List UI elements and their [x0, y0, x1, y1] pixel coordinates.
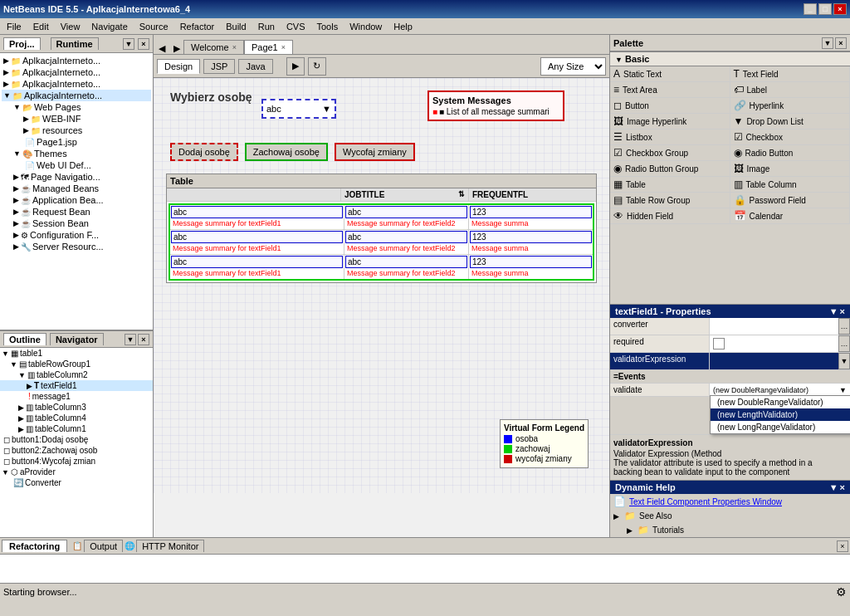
tree-item-files[interactable]: ▶ 📁 AplkacjaInterneto...: [2, 55, 151, 66]
palette-radiobuttongroup[interactable]: ◉ Radio Button Group: [610, 161, 730, 177]
outline-rowgroup1[interactable]: ▼ ▤ tableRowGroup1: [0, 359, 153, 369]
btn-design[interactable]: Design: [157, 59, 200, 74]
panel-close-btn[interactable]: ×: [138, 38, 149, 50]
tab-output[interactable]: Output: [84, 540, 123, 552]
palette-image[interactable]: 🖼 Image: [730, 161, 851, 177]
menu-build[interactable]: Build: [221, 20, 251, 33]
tree-item-themes[interactable]: ▼ 🎨 Themes: [2, 148, 151, 159]
input-field-9[interactable]: [470, 256, 592, 268]
input-field-8[interactable]: [345, 256, 467, 268]
outline-textfield1[interactable]: ▶ T textField1: [0, 380, 153, 391]
tree-item-requestbean[interactable]: ▶ ☕ Request Bean: [2, 206, 151, 218]
outline-close-btn[interactable]: ×: [138, 334, 149, 345]
dropdown-component[interactable]: abc ▼: [261, 99, 336, 119]
input-field-5[interactable]: [345, 231, 467, 243]
btn-jsp[interactable]: JSP: [203, 59, 235, 74]
help-close-btn[interactable]: ×: [840, 482, 845, 492]
menu-cvs[interactable]: CVS: [281, 20, 310, 33]
properties-close-btn[interactable]: ×: [840, 306, 845, 316]
input-field-3[interactable]: [470, 206, 592, 218]
tree-item-server[interactable]: ▶ 🔧 Server Resourc...: [2, 241, 151, 252]
btn-dodaj[interactable]: Dodaj osobę: [170, 143, 238, 161]
tree-item-resources[interactable]: ▶ 📁 resources: [2, 125, 151, 136]
outline-col4[interactable]: ▶ ▥ tableColumn4: [0, 413, 153, 423]
maximize-btn[interactable]: □: [818, 3, 832, 15]
palette-checkboxgroup[interactable]: ☑ Checkbox Group: [610, 145, 730, 161]
prop-value-validator[interactable]: [710, 353, 838, 369]
palette-textarea[interactable]: ≡ Text Area: [610, 82, 730, 98]
prop-value-validate[interactable]: (new DoubleRangeValidator) ▼: [710, 384, 850, 396]
tree-item-webuidef[interactable]: 📄 Web UI Def...: [2, 159, 151, 171]
menu-tools[interactable]: Tools: [312, 20, 344, 33]
input-field-7[interactable]: [171, 256, 343, 268]
palette-close-btn[interactable]: ×: [835, 37, 847, 49]
help-expand-seealso[interactable]: ▶: [613, 512, 619, 521]
tree-item-sessionbean[interactable]: ▶ ☕ Session Bean: [2, 218, 151, 229]
tree-item-1[interactable]: ▶ 📁 AplkacjaInterneto...: [2, 66, 151, 78]
tab-outline[interactable]: Outline: [3, 333, 46, 345]
palette-options-btn[interactable]: ▼: [822, 37, 833, 49]
palette-radiobutton[interactable]: ◉ Radio Button: [730, 145, 851, 161]
palette-textfield[interactable]: T Text Field: [730, 66, 851, 82]
required-checkbox[interactable]: [713, 338, 725, 350]
prop-required-btn[interactable]: …: [838, 335, 850, 352]
outline-btn1[interactable]: ◻ button1:Dodaj osobę: [0, 434, 153, 445]
nav-right[interactable]: ▶: [170, 43, 183, 54]
outline-btn2[interactable]: ◻ button2:Zachowaj osob: [0, 445, 153, 456]
toolbar-run-btn[interactable]: ▶: [286, 57, 305, 76]
menu-file[interactable]: File: [2, 20, 27, 33]
menu-source[interactable]: Source: [134, 20, 173, 33]
btn-wycofaj[interactable]: Wycofaj zmiany: [335, 143, 415, 161]
tree-item-page1jsp[interactable]: 📄 Page1.jsp: [2, 136, 151, 148]
outline-table1[interactable]: ▼ ▦ table1: [0, 348, 153, 359]
palette-calendar[interactable]: 📅 Calendar: [730, 208, 851, 224]
outline-col2[interactable]: ▼ ▥ tableColumn2: [0, 369, 153, 380]
tab-welcome-close[interactable]: ×: [232, 43, 237, 51]
input-field-1[interactable]: [171, 206, 343, 218]
menu-refactor[interactable]: Refactor: [175, 20, 220, 33]
tab-runtime[interactable]: Runtime: [51, 37, 99, 50]
validator-option-long[interactable]: (new LongRangeValidator): [711, 421, 850, 433]
palette-table[interactable]: ▦ Table: [610, 177, 730, 193]
tree-item-config[interactable]: ▶ ⚙ Configuration F...: [2, 229, 151, 241]
minimize-btn[interactable]: _: [804, 3, 817, 15]
btn-zachowaj[interactable]: Zachowaj osobę: [245, 143, 328, 161]
outline-aprovider[interactable]: ▼ ⬡ aProvider: [0, 467, 153, 477]
tree-item-webinf[interactable]: ▶ 📁 WEB-INF: [2, 113, 151, 125]
tree-item-pagenav[interactable]: ▶ 🗺 Page Navigatio...: [2, 171, 151, 183]
panel-options-btn[interactable]: ▼: [123, 38, 134, 50]
menu-navigate[interactable]: Navigate: [86, 20, 132, 33]
bottom-close-btn[interactable]: ×: [837, 540, 848, 552]
prop-value-converter[interactable]: [710, 318, 838, 335]
sort-icon[interactable]: ⇅: [458, 190, 465, 199]
outline-converter[interactable]: 🔄 Converter: [0, 477, 153, 488]
properties-options-btn[interactable]: ▼: [829, 306, 838, 316]
palette-passwordfield[interactable]: 🔒 Password Field: [730, 193, 851, 208]
outline-col1[interactable]: ▶ ▥ tableColumn1: [0, 423, 153, 434]
palette-checkbox[interactable]: ☑ Checkbox: [730, 130, 851, 145]
tab-page1-close[interactable]: ×: [281, 43, 286, 51]
help-expand-tutorials[interactable]: ▶: [627, 526, 633, 535]
palette-listbox[interactable]: ☰ Listbox: [610, 130, 730, 145]
tree-item-managedbeans[interactable]: ▶ ☕ Managed Beans: [2, 183, 151, 194]
prop-validator-dropdown-btn[interactable]: ▼: [838, 353, 850, 369]
tab-projects[interactable]: Proj...: [3, 37, 41, 50]
tab-http-monitor[interactable]: HTTP Monitor: [136, 540, 204, 552]
tab-page1[interactable]: Page1 ×: [244, 40, 293, 54]
size-selector[interactable]: Any Size 800x600 1024x768: [540, 57, 606, 76]
tree-item-appbean[interactable]: ▶ ☕ Application Bea...: [2, 194, 151, 206]
col-frequentfl[interactable]: FREQUENTFL: [469, 188, 596, 201]
tree-item-2[interactable]: ▶ 📁 AplkacjaInterneto...: [2, 78, 151, 90]
tab-refactoring[interactable]: Refactoring: [2, 540, 67, 552]
menu-help[interactable]: Help: [388, 20, 418, 33]
prop-converter-btn[interactable]: …: [838, 318, 850, 335]
palette-tablerowgroup[interactable]: ▤ Table Row Group: [610, 193, 730, 208]
palette-hyperlink[interactable]: 🔗 Hyperlink: [730, 98, 851, 114]
menu-window[interactable]: Window: [344, 20, 387, 33]
close-btn[interactable]: ×: [833, 3, 847, 15]
palette-label[interactable]: 🏷 Label: [730, 82, 851, 98]
tab-welcome[interactable]: Welcome ×: [183, 40, 244, 54]
palette-dropdownlist[interactable]: ▼ Drop Down List: [730, 114, 851, 130]
menu-edit[interactable]: Edit: [28, 20, 54, 33]
input-field-4[interactable]: [171, 231, 343, 243]
